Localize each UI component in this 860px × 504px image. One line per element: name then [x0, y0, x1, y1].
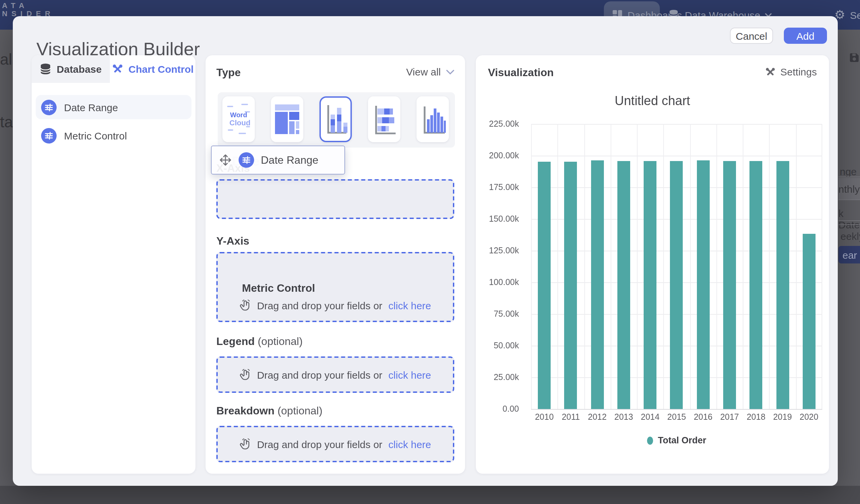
screen: ATA NSIDER Dashboards Data Warehouse ⚙ S…	[0, 0, 860, 504]
x-axis-tick-label: 2010	[531, 412, 558, 422]
tap-hand-icon	[240, 369, 251, 381]
legend-drop-zone[interactable]: Drag and drop your fields or click here	[216, 357, 454, 393]
save-icon[interactable]	[849, 53, 859, 63]
chart-bar	[591, 160, 604, 409]
drag-hint-text: Drag and drop your fields or	[257, 369, 383, 380]
svg-text:Cloud: Cloud	[229, 119, 250, 127]
y-axis-tick-label: 225.00k	[476, 119, 519, 129]
bg-fragment-left-1: al	[0, 51, 12, 69]
sliders-icon	[239, 152, 254, 168]
chart-bar-slot	[558, 124, 584, 409]
chart-settings-label: Settings	[780, 66, 817, 77]
field-item-date-range[interactable]: Date Range	[36, 95, 191, 119]
x-axis-tick-label: 2019	[769, 412, 796, 422]
breakdown-drop-zone[interactable]: Drag and drop your fields or click here	[216, 426, 454, 462]
legend-section-label: Legend (optional)	[216, 335, 303, 348]
field-item-label: Date Range	[64, 101, 118, 113]
y-axis-drop-zone[interactable]: Metric Control Drag and drop your fields…	[216, 252, 454, 322]
y-axis-tick-label: 75.00k	[476, 309, 519, 319]
x-axis-tick-label: 2018	[743, 412, 769, 422]
drag-hint-text: Drag and drop your fields or	[257, 438, 383, 450]
x-axis-labels: 2010201120122013201420152016201720182019…	[531, 412, 822, 422]
x-axis-tick-label: 2020	[796, 412, 822, 422]
dragged-field-label: Date Range	[261, 154, 318, 166]
bg-divider	[838, 176, 860, 177]
chart-bar-slot	[690, 124, 716, 409]
x-axis-tick-label: 2012	[584, 412, 611, 422]
move-icon	[219, 154, 232, 167]
y-axis-tick-label: 0.00	[476, 404, 519, 414]
bg-fragment-range: nge	[840, 166, 857, 177]
bg-monthly-dropdown[interactable]: nthly	[838, 178, 860, 199]
drag-hint-text: Drag and drop your fields or	[257, 300, 383, 311]
tap-hand-icon	[240, 438, 251, 450]
tools-icon	[765, 66, 776, 77]
click-here-link[interactable]: click here	[389, 369, 431, 380]
chart-bar-slot	[637, 124, 663, 409]
bg-fragment-stock-date: k Date	[838, 207, 860, 230]
click-here-link[interactable]: click here	[389, 300, 431, 311]
chart-bar	[564, 161, 577, 409]
chart-bar-slot	[584, 124, 611, 409]
chart-gridline	[531, 409, 822, 410]
view-all-label: View all	[406, 66, 441, 77]
visualization-builder-modal: Visualization Builder Cancel Add Databas…	[13, 16, 838, 486]
y-axis-tick-label: 150.00k	[476, 214, 519, 224]
chart-type-stacked-column-selected[interactable]	[319, 96, 352, 142]
x-axis-tick-label: 2015	[663, 412, 690, 422]
bg-fragment-year: ear	[843, 249, 857, 260]
x-axis-tick-label: 2013	[611, 412, 637, 422]
chart-bar	[723, 161, 736, 409]
add-button[interactable]: Add	[784, 28, 827, 44]
visualization-panel: Visualization Settings Untitled chart 22…	[476, 55, 829, 474]
chart-bar	[670, 161, 683, 409]
x-axis-tick-label: 2017	[716, 412, 743, 422]
y-axis-section-label: Y-Axis	[216, 235, 249, 247]
fields-panel: Database Chart Control Date RangeMetric …	[32, 55, 196, 474]
view-all-dropdown[interactable]: View all	[406, 66, 454, 77]
bg-year-button[interactable]: ear	[838, 246, 860, 263]
legend-dot-icon	[647, 436, 653, 444]
x-axis-tick-label: 2016	[690, 412, 716, 422]
x-axis-tick-label: 2011	[558, 412, 584, 422]
chart-bar	[803, 234, 816, 409]
bg-fragment-monthly: nthly	[838, 183, 860, 195]
chart-bar	[538, 161, 551, 409]
chart-type-stacked-bar[interactable]	[368, 96, 400, 142]
y-axis-tick-label: 125.00k	[476, 246, 519, 256]
tap-hand-icon	[240, 299, 251, 311]
chart-bar	[644, 161, 657, 409]
dimmed-page-bottom-strip	[0, 486, 860, 504]
bg-divider	[838, 225, 860, 225]
app-logo: ATA NSIDER	[2, 1, 54, 17]
click-here-link[interactable]: click here	[389, 438, 431, 450]
chart-bar-slot	[769, 124, 796, 409]
nav-item-settings[interactable]: ⚙ Settings	[834, 0, 860, 30]
y-axis-tick-label: 100.00k	[476, 277, 519, 287]
tab-chart-control[interactable]: Chart Control	[110, 55, 196, 83]
x-axis-tick-label: 2014	[637, 412, 663, 422]
chart-plot-area	[531, 124, 822, 409]
chart-settings-button[interactable]: Settings	[765, 66, 817, 77]
chart-bar-slot	[663, 124, 690, 409]
dragged-field-chip[interactable]: Date Range	[211, 146, 345, 174]
drag-drop-hint-row: Drag and drop your fields or click here	[218, 299, 453, 311]
chart-type-treemap[interactable]	[271, 96, 303, 142]
breakdown-section-label: Breakdown (optional)	[216, 405, 322, 417]
x-axis-drop-zone[interactable]	[216, 179, 454, 219]
bg-fragment-left-2: ta	[0, 113, 13, 131]
sliders-icon	[41, 128, 57, 143]
chart-legend[interactable]: Total Order	[531, 435, 822, 445]
field-item-metric-control[interactable]: Metric Control	[36, 123, 191, 147]
chart-type-word-cloud[interactable]: WordCloud	[223, 96, 255, 142]
cancel-button[interactable]: Cancel	[730, 28, 773, 44]
bg-divider	[838, 220, 860, 221]
hammer-wrench-icon	[112, 63, 123, 75]
visualization-header: Visualization	[488, 67, 554, 79]
sliders-icon	[41, 99, 57, 115]
chart-title: Untitled chart	[476, 93, 829, 109]
tab-database[interactable]: Database	[32, 55, 110, 83]
tab-database-label: Database	[57, 63, 101, 75]
bg-fragment-weekly: eekly	[841, 230, 860, 242]
chart-type-column[interactable]	[417, 96, 449, 142]
